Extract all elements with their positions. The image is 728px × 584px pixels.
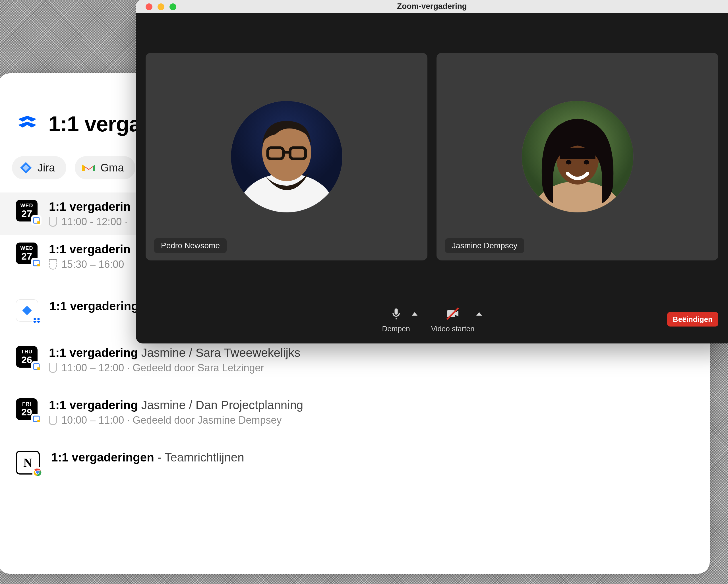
svg-rect-3 (37, 221, 40, 224)
meeting-toolbar: Dempen Video starten Beëindigen (136, 295, 728, 343)
window-traffic-lights[interactable] (146, 3, 176, 10)
video-options-chevron-icon[interactable] (476, 312, 482, 316)
svg-marker-7 (37, 318, 41, 320)
result-subtitle: 10:00 – 11:00 · Gedeeld door Jasmine Dem… (49, 414, 303, 426)
svg-rect-25 (560, 148, 595, 159)
calendar-date-icon: WED 27 (16, 242, 37, 264)
result-title: 1:1 vergaderingen - Teamrichtlijnen (51, 451, 244, 464)
result-title: 1:1 vergaderin (49, 200, 131, 214)
attachment-icon (49, 259, 57, 269)
fullscreen-window-icon[interactable] (170, 3, 176, 10)
result-subtitle: 11:00 - 12:00 · (49, 216, 131, 228)
gmail-icon (82, 161, 95, 174)
file-icon (16, 299, 38, 322)
filter-chip-gmail[interactable]: Gma (75, 156, 135, 179)
window-titlebar[interactable]: Zoom-vergadering (136, 0, 728, 13)
google-calendar-badge-icon (32, 216, 41, 225)
result-subtitle: 15:30 – 16:00 (49, 259, 131, 270)
participant-name-label: Jasmine Dempsey (445, 238, 524, 253)
video-off-icon (445, 306, 461, 322)
chip-label: Gma (100, 162, 124, 174)
mute-button[interactable]: Dempen (382, 306, 410, 333)
close-window-icon[interactable] (146, 3, 152, 10)
end-meeting-button[interactable]: Beëindigen (667, 312, 718, 327)
microphone-icon (388, 306, 404, 322)
svg-rect-11 (37, 367, 40, 370)
svg-rect-13 (37, 420, 40, 422)
list-item[interactable]: FRI 29 1:1 vergadering Jasmine / Dan Pro… (0, 391, 710, 433)
participant-tile[interactable]: Pedro Newsome (146, 53, 427, 261)
svg-marker-9 (37, 321, 41, 323)
attachment-icon (49, 416, 57, 425)
svg-point-27 (583, 160, 589, 165)
calendar-date-icon: FRI 29 (16, 398, 37, 420)
svg-marker-6 (33, 318, 37, 320)
result-subtitle: 11:00 – 12:00 · Gedeeld door Sara Letzin… (49, 362, 300, 374)
chrome-badge-icon (33, 468, 42, 477)
attachment-icon (49, 217, 57, 227)
svg-marker-1 (18, 122, 36, 128)
google-calendar-badge-icon (32, 259, 41, 268)
list-item[interactable]: N 1:1 vergaderingen - Teamrichtlijnen (0, 443, 710, 482)
start-video-button[interactable]: Video starten (431, 306, 475, 333)
google-calendar-badge-icon (32, 414, 41, 423)
calendar-date-icon: WED 27 (16, 200, 37, 221)
mute-options-chevron-icon[interactable] (412, 312, 417, 316)
zoom-meeting-window: Zoom-vergadering (136, 0, 728, 343)
zoom-body: Pedro Newsome Jasmine (136, 13, 728, 343)
list-item[interactable]: THU 26 1:1 vergadering Jasmine / Sara Tw… (0, 339, 710, 381)
result-title: 1:1 vergadering Jasmine / Sara Tweewekel… (49, 346, 300, 360)
calendar-date-icon: THU 26 (16, 346, 37, 368)
participant-name-label: Pedro Newsome (154, 238, 227, 253)
participant-tile[interactable]: Jasmine Dempsey (437, 53, 718, 261)
avatar (231, 101, 342, 212)
notion-icon: N (16, 451, 40, 475)
window-title: Zoom-vergadering (397, 2, 467, 11)
attachment-icon (49, 363, 57, 373)
svg-point-26 (566, 160, 571, 165)
result-title: 1:1 vergadering Jasmine / Dan Projectpla… (49, 398, 303, 412)
avatar (522, 101, 633, 212)
svg-point-15 (36, 471, 39, 474)
svg-marker-8 (33, 321, 37, 323)
result-title: 1:1 vergaderin (49, 242, 131, 256)
dropbox-badge-icon (32, 316, 41, 325)
google-calendar-badge-icon (32, 362, 41, 371)
svg-rect-28 (394, 308, 397, 315)
dash-logo-icon (16, 113, 39, 135)
chip-label: Jira (37, 162, 55, 174)
minimize-window-icon[interactable] (158, 3, 164, 10)
participants-grid: Pedro Newsome Jasmine (136, 13, 728, 295)
jira-icon (19, 161, 32, 174)
filter-chip-jira[interactable]: Jira (12, 156, 66, 179)
svg-rect-5 (37, 264, 40, 266)
svg-marker-0 (18, 116, 36, 122)
